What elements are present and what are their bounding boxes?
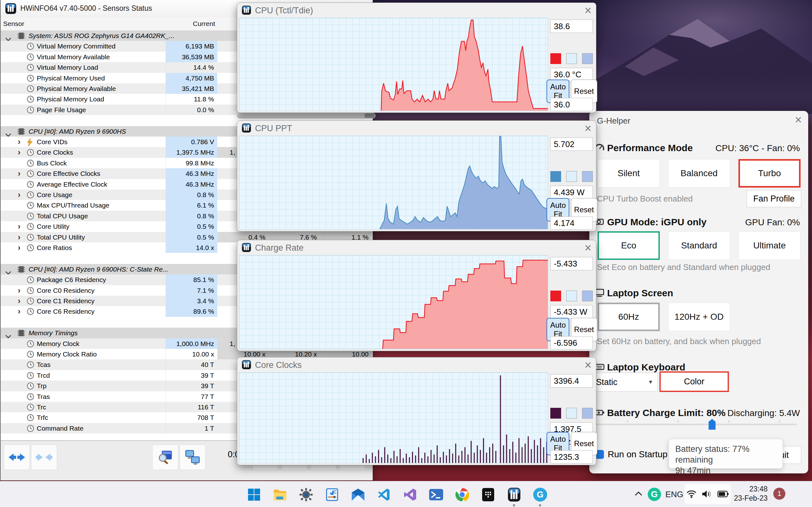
sensor-current-value: 1,000.0 MHz	[165, 338, 217, 349]
mode-button-balanced[interactable]: Balanced	[668, 159, 730, 187]
background-color-swatch[interactable]	[566, 171, 577, 182]
close-icon[interactable]: ×	[585, 122, 592, 135]
sensor-current-value: 6.1 %	[165, 200, 217, 210]
chevron-down-icon	[5, 38, 11, 41]
chip-icon	[17, 329, 26, 337]
clock-icon	[27, 308, 34, 315]
section-label: System: ASUS ROG Zephyrus G14 GA402RK_..…	[29, 31, 174, 41]
expand-icon[interactable]: ›	[18, 168, 20, 179]
expand-icon[interactable]: ›	[18, 189, 20, 200]
g-helper-icon[interactable]: G	[532, 487, 548, 502]
close-icon[interactable]: ×	[585, 4, 592, 17]
sensor-current-value: 99.8 MHz	[165, 158, 217, 168]
mode-button-silent[interactable]: Silent	[598, 159, 660, 187]
mode-button-eco[interactable]: Eco	[598, 231, 660, 260]
remote-monitors-button[interactable]	[180, 445, 206, 470]
system-tray-group[interactable]	[684, 484, 731, 504]
dark-app-icon[interactable]	[480, 487, 496, 502]
grid-color-swatch[interactable]	[582, 171, 593, 182]
clock[interactable]: 23:48 23-Feb-23	[733, 485, 768, 503]
visual-studio-icon[interactable]	[403, 487, 418, 502]
graph-current-value: 36.0 °C	[550, 68, 593, 81]
expand-icon[interactable]: ›	[18, 232, 20, 242]
fan-profile-button[interactable]: Fan Profile	[747, 190, 801, 207]
keyboard-color-button[interactable]: Color	[659, 372, 729, 392]
tray-chevron-up-icon[interactable]	[635, 491, 643, 497]
close-icon[interactable]: ×	[585, 359, 592, 372]
expand-icon[interactable]: ›	[18, 147, 20, 158]
startup-label: Run on Startup	[608, 449, 667, 459]
expand-icon[interactable]: ›	[18, 285, 20, 296]
zoom-window-button[interactable]	[152, 445, 178, 470]
background-color-swatch[interactable]	[566, 53, 577, 64]
mode-button-ultimate[interactable]: Ultimate	[739, 231, 801, 260]
sensor-name: Core C1 Residency	[37, 296, 95, 306]
graph-plot	[239, 135, 548, 229]
graph-window-cpu-ppt: CPU PPT×5.7024.439 WAuto FitReset4.174	[237, 120, 596, 231]
graph-min-value: 4.174	[550, 216, 593, 230]
slider-track[interactable]	[594, 424, 797, 425]
series-color-swatch[interactable]	[550, 53, 561, 64]
mode-button-turbo[interactable]: Turbo	[739, 159, 801, 187]
section-label: CPU [#0]: AMD Ryzen 9 6900HS	[29, 126, 126, 136]
slider-thumb[interactable]	[709, 419, 716, 430]
clock-icon	[27, 191, 34, 199]
clock-icon	[27, 425, 34, 432]
mail-icon[interactable]	[351, 487, 366, 502]
powershell-icon[interactable]	[428, 487, 444, 502]
mode-button-standard[interactable]: Standard	[668, 231, 730, 260]
expand-columns-button[interactable]	[4, 445, 30, 470]
grid-color-swatch[interactable]	[582, 53, 593, 64]
background-color-swatch[interactable]	[566, 291, 577, 301]
clock-icon	[27, 297, 34, 305]
column-sensor[interactable]: Sensor	[3, 20, 24, 27]
slider-tick	[627, 420, 628, 423]
expand-icon[interactable]: ›	[18, 296, 20, 306]
series-color-swatch[interactable]	[550, 171, 561, 182]
background-color-swatch[interactable]	[566, 408, 577, 418]
expand-icon[interactable]: ›	[18, 242, 20, 253]
battery-limit-slider[interactable]	[594, 419, 803, 432]
series-color-swatch[interactable]	[550, 408, 561, 418]
system-monitor-icon[interactable]	[324, 487, 340, 502]
scrollbar-thumb[interactable]	[364, 113, 374, 118]
hwinfo-icon[interactable]	[507, 487, 522, 502]
cpu-fan-status: CPU: 36°C - Fan: 0%	[716, 143, 800, 153]
close-icon[interactable]: ×	[795, 113, 802, 126]
graph-titlebar[interactable]: CPU (Tctl/Tdie)×	[237, 3, 596, 18]
grid-color-swatch[interactable]	[582, 291, 593, 301]
graph-titlebar[interactable]: Core Clocks×	[237, 357, 596, 372]
sensor-current-value: 39 T	[165, 370, 217, 381]
keyboard-mode-dropdown[interactable]: Static ▼	[591, 373, 658, 392]
graph-window-core-clocks: Core Clocks×3396.41,397.5 MHzAuto FitRes…	[237, 357, 596, 465]
grammarly-tray-icon[interactable]: G	[648, 488, 661, 501]
eco-note: Set Eco on battery and Standard when plu…	[597, 262, 770, 272]
chevron-down-icon	[5, 271, 11, 275]
expand-icon[interactable]: ›	[18, 221, 20, 232]
vscode-icon[interactable]	[376, 487, 392, 502]
graph-titlebar[interactable]: Charge Rate×	[237, 240, 596, 255]
graph-current-value: -5.433 W	[550, 305, 593, 319]
collapse-columns-button[interactable]	[31, 445, 57, 470]
mode-button-60hz[interactable]: 60Hz	[598, 302, 660, 331]
column-current[interactable]: Current	[165, 20, 215, 27]
grid-color-swatch[interactable]	[582, 408, 593, 418]
expand-icon[interactable]: ›	[18, 306, 20, 317]
notification-badge[interactable]: 1	[773, 488, 785, 500]
clock-icon	[27, 149, 34, 156]
language-indicator[interactable]: ENG	[665, 487, 684, 502]
start-button[interactable]	[247, 487, 262, 502]
graph-scrollbar[interactable]	[237, 113, 375, 118]
clock-icon	[27, 95, 34, 103]
graph-plot	[239, 372, 548, 463]
graph-titlebar[interactable]: CPU PPT×	[237, 121, 596, 135]
file-explorer-icon[interactable]	[272, 487, 288, 502]
chrome-icon[interactable]	[455, 487, 470, 502]
series-color-swatch[interactable]	[550, 291, 561, 301]
tooltip-line1: Battery status: 77% remaining	[675, 444, 782, 465]
slider-tick	[678, 420, 678, 423]
settings-icon[interactable]	[299, 487, 314, 502]
mode-button-120hz-od[interactable]: 120Hz + OD	[668, 302, 730, 331]
expand-icon[interactable]: ›	[18, 136, 20, 147]
close-icon[interactable]: ×	[585, 241, 592, 254]
